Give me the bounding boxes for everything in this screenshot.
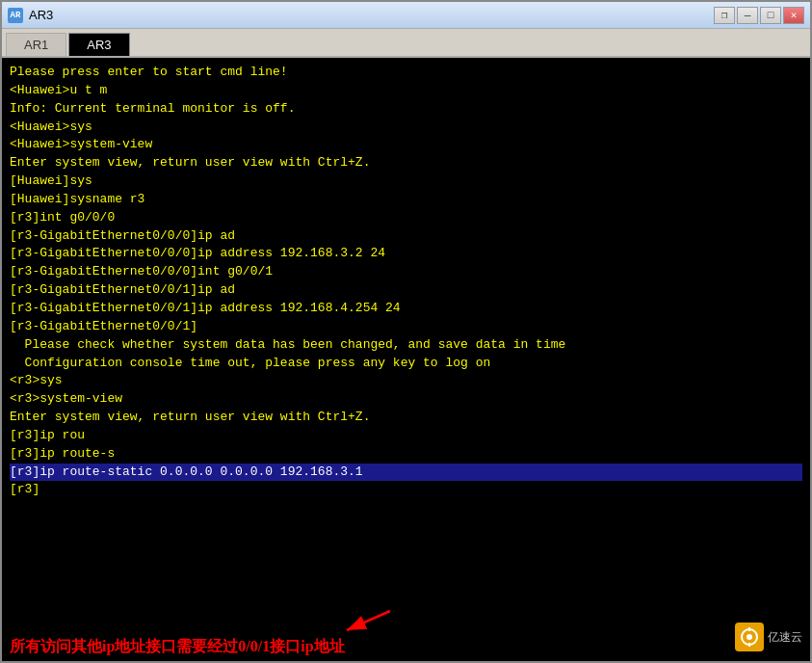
watermark-logo-icon — [739, 626, 760, 648]
terminal-line: <r3>system-view — [10, 390, 802, 409]
terminal-line: [r3-GigabitEthernet0/0/0]int g0/0/1 — [10, 263, 802, 281]
watermark-logo — [735, 623, 764, 651]
terminal-line: [r3] — [10, 481, 802, 499]
watermark: 亿速云 — [735, 623, 802, 651]
arrow-icon — [337, 606, 395, 635]
terminal-wrapper: Please press enter to start cmd line!<Hu… — [2, 58, 810, 661]
main-window: AR AR3 ❐ — □ ✕ AR1 AR3 Please press ente… — [0, 0, 812, 663]
terminal-line: <Huawei>system-view — [10, 136, 802, 154]
terminal-line: [r3-GigabitEthernet0/0/1]ip ad — [10, 281, 802, 300]
terminal-line: [Huawei]sysname r3 — [10, 191, 802, 209]
terminal-line: Configuration console time out, please p… — [10, 355, 802, 373]
terminal-line: <r3>sys — [10, 372, 802, 390]
app-icon: AR — [8, 8, 23, 23]
title-bar: AR AR3 ❐ — □ ✕ — [2, 2, 810, 29]
terminal-line: [Huawei]sys — [10, 172, 802, 191]
terminal-line: Please check whether system data has bee… — [10, 336, 802, 355]
title-bar-left: AR AR3 — [8, 8, 53, 23]
tabs-bar: AR1 AR3 — [2, 29, 810, 58]
terminal-line: [r3]int g0/0/0 — [10, 209, 802, 227]
terminal-line: [r3]ip rou — [10, 427, 802, 445]
tab-ar1[interactable]: AR1 — [6, 33, 66, 56]
terminal-line: [r3-GigabitEthernet0/0/1]ip address 192.… — [10, 300, 802, 318]
terminal-output[interactable]: Please press enter to start cmd line!<Hu… — [2, 58, 810, 606]
window-controls: ❐ — □ ✕ — [714, 7, 804, 24]
terminal-line: <Huawei>u t m — [10, 82, 802, 100]
terminal-line: <Huawei>sys — [10, 119, 802, 137]
terminal-line: Enter system view, return user view with… — [10, 409, 802, 427]
terminal-line: [r3-GigabitEthernet0/0/1] — [10, 318, 802, 336]
svg-line-1 — [347, 611, 390, 630]
maximize-button[interactable]: □ — [760, 7, 781, 24]
terminal-line: Please press enter to start cmd line! — [10, 64, 802, 82]
terminal-line: [r3-GigabitEthernet0/0/0]ip ad — [10, 227, 802, 246]
terminal-line: Enter system view, return user view with… — [10, 154, 802, 172]
annotation-bar: 所有访问其他ip地址接口需要经过0/0/1接口ip地址 — [2, 606, 810, 661]
restore-button[interactable]: ❐ — [714, 7, 735, 24]
minimize-button[interactable]: — — [737, 7, 758, 24]
close-button[interactable]: ✕ — [783, 7, 804, 24]
terminal-line: [r3]ip route-s — [10, 445, 802, 464]
window-title: AR3 — [29, 8, 53, 22]
watermark-text: 亿速云 — [768, 629, 802, 646]
tab-ar3[interactable]: AR3 — [68, 33, 129, 56]
annotation-text: 所有访问其他ip地址接口需要经过0/0/1接口ip地址 — [10, 638, 345, 654]
terminal-line: [r3-GigabitEthernet0/0/0]ip address 192.… — [10, 245, 802, 263]
terminal-line: Info: Current terminal monitor is off. — [10, 100, 802, 119]
terminal-line: [r3]ip route-static 0.0.0.0 0.0.0.0 192.… — [10, 464, 802, 482]
svg-point-3 — [747, 634, 752, 640]
